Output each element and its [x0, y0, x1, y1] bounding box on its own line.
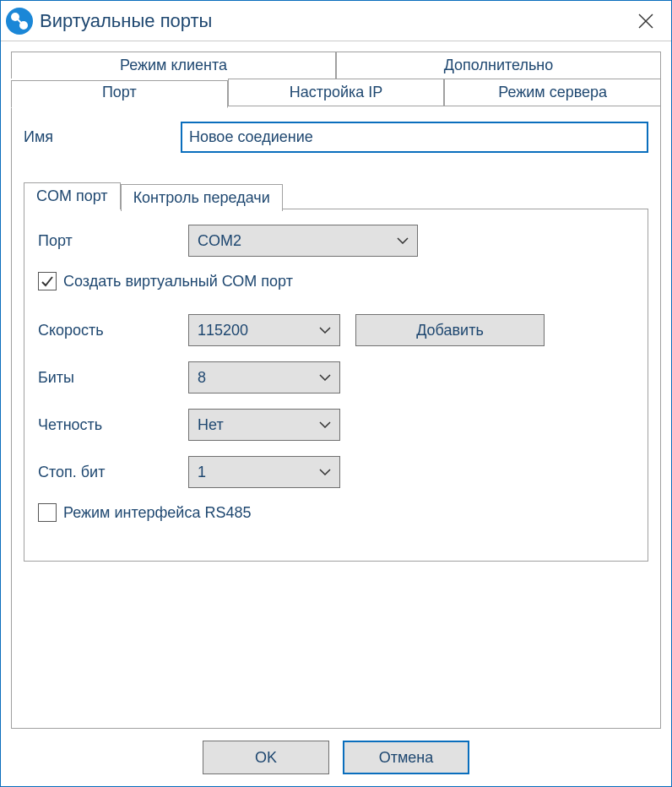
tab-port[interactable]: Порт [11, 80, 228, 108]
subtab-flow-control[interactable]: Контроль передачи [121, 184, 283, 211]
create-vcom-label: Создать виртуальный СОМ порт [63, 273, 293, 290]
speed-label: Скорость [38, 322, 188, 339]
stopbit-label: Стоп. бит [38, 464, 188, 481]
bits-combo[interactable]: 8 [188, 361, 340, 394]
rs485-checkbox[interactable]: Режим интерфейса RS485 [38, 503, 634, 522]
chevron-down-icon [319, 469, 331, 475]
titlebar: Виртуальные порты [1, 1, 671, 41]
tab-advanced[interactable]: Дополнительно [336, 52, 661, 79]
name-input[interactable] [181, 122, 648, 153]
app-icon [4, 6, 35, 36]
add-button[interactable]: Добавить [355, 314, 545, 346]
ok-button[interactable]: OK [203, 741, 329, 774]
close-icon [637, 13, 654, 30]
bits-combo-value: 8 [198, 369, 312, 387]
chevron-down-icon [319, 327, 331, 334]
cancel-button[interactable]: Отмена [343, 741, 469, 774]
rs485-label: Режим интерфейса RS485 [63, 504, 251, 522]
port-combo-value: COM2 [198, 232, 390, 250]
tab-client-mode[interactable]: Режим клиента [11, 52, 336, 79]
tab-server-mode[interactable]: Режим сервера [444, 79, 661, 106]
chevron-down-icon [319, 374, 331, 381]
window-title: Виртуальные порты [40, 10, 622, 32]
tab-ip-setup[interactable]: Настройка IP [228, 79, 445, 106]
port-combo[interactable]: COM2 [188, 225, 418, 257]
stopbit-combo[interactable]: 1 [188, 456, 340, 488]
subtab-com-port[interactable]: COM порт [24, 182, 121, 209]
speed-combo-value: 115200 [198, 322, 312, 339]
speed-combo[interactable]: 115200 [188, 314, 340, 346]
port-label: Порт [38, 232, 188, 250]
parity-label: Четность [38, 416, 188, 434]
stopbit-combo-value: 1 [198, 464, 312, 481]
chevron-down-icon [319, 421, 331, 428]
chevron-down-icon [397, 237, 409, 244]
checkbox-box [38, 503, 57, 522]
close-button[interactable] [622, 3, 669, 39]
check-icon [41, 274, 54, 288]
bits-label: Биты [38, 369, 188, 387]
checkbox-box [38, 272, 57, 290]
create-vcom-checkbox[interactable]: Создать виртуальный СОМ порт [38, 272, 634, 290]
parity-combo[interactable]: Нет [188, 409, 340, 441]
name-label: Имя [24, 128, 181, 146]
parity-combo-value: Нет [198, 416, 312, 434]
